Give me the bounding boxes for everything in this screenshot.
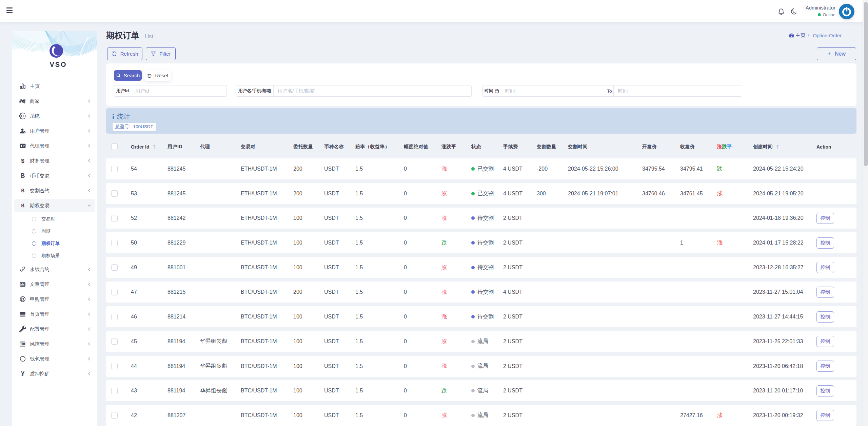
sidebar-item-id-card[interactable]: 代理管理 [12, 138, 97, 153]
cell-amount: 100 [293, 405, 302, 426]
breadcrumb-home[interactable]: 主页 [789, 32, 805, 39]
avatar-power-logo[interactable] [839, 4, 854, 19]
row-checkbox[interactable] [111, 240, 118, 246]
sidebar-item-link[interactable]: 永续合约 [12, 262, 97, 277]
refresh-button[interactable]: Refresh [107, 47, 142, 60]
moon-dark-mode-icon[interactable] [789, 7, 797, 16]
control-button[interactable]: 控制 [816, 385, 834, 396]
sidebar-item-life-ring[interactable]: 申购管理 [12, 292, 97, 307]
breadcrumb-current[interactable]: Option-Order [813, 33, 842, 38]
scrollbar-thumb[interactable] [864, 2, 868, 166]
bullet-circle-icon [32, 229, 36, 234]
row-checkbox[interactable] [111, 412, 118, 419]
reset-button[interactable]: Reset [144, 70, 171, 81]
sidebar-item-dollar[interactable]: 财务管理 [12, 153, 97, 168]
sidebar-item-circle[interactable]: 钱包管理 [12, 351, 97, 366]
table-row: 45 881194 华昇组丧彪 BTC/USDT-1M 100 USDT 1.5… [106, 331, 856, 352]
cell-open-price: 34795.54 [642, 158, 665, 179]
row-checkbox[interactable] [111, 388, 118, 394]
hamburger-menu-icon[interactable] [6, 7, 13, 15]
cell-coin: USDT [324, 405, 339, 426]
row-checkbox[interactable] [111, 314, 118, 320]
sidebar-item-motorcycle[interactable]: 商家 [12, 94, 97, 109]
bell-icon[interactable] [777, 7, 785, 16]
time-from-input[interactable] [501, 85, 605, 96]
control-button[interactable]: 控制 [816, 410, 834, 421]
chevron-left-icon [87, 312, 91, 316]
control-button[interactable]: 控制 [816, 311, 834, 323]
cell-pair: ETH/USDT-1M [241, 208, 277, 229]
sidebar-subitem[interactable]: 周期 [12, 225, 97, 237]
top-bar: Administrator Online [0, 0, 868, 22]
admin-info[interactable]: Administrator Online [806, 4, 835, 18]
row-checkbox[interactable] [111, 363, 118, 369]
status-label: 已交割 [477, 190, 494, 197]
control-button[interactable]: 控制 [816, 336, 834, 347]
time-to-input[interactable] [614, 85, 742, 96]
sidebar-item-newspaper[interactable]: 文章管理 [12, 277, 97, 292]
refresh-icon [112, 51, 117, 57]
cell-direction: 涨 [441, 331, 447, 352]
control-button[interactable]: 控制 [816, 262, 834, 273]
chevron-left-icon [87, 129, 91, 133]
control-button[interactable]: 控制 [816, 287, 834, 298]
sidebar-subitem[interactable]: 期权场景 [12, 250, 97, 262]
chart-bar-icon [19, 83, 26, 90]
cell-direction2: 涨 [717, 183, 723, 204]
col-created-time[interactable]: 创建时间↑ [753, 135, 780, 158]
hamburger-bar [6, 10, 13, 11]
cell-pair: BTC/USDT-1M [241, 380, 277, 401]
sidebar-item-user[interactable]: 用户管理 [12, 123, 97, 138]
row-checkbox[interactable] [111, 289, 118, 295]
col-close-price: 收盘价 [680, 135, 695, 158]
status-dot-icon [471, 365, 475, 368]
total-pnl-badge: 总盈亏: -100USDT [113, 123, 156, 131]
sidebar-item-chart-bar[interactable]: 主页 [12, 79, 97, 94]
row-checkbox[interactable] [111, 166, 118, 172]
checkbox-cell [111, 183, 118, 204]
chevron-left-icon [87, 267, 91, 271]
row-checkbox[interactable] [111, 264, 118, 271]
cell-amplitude: 0 [404, 158, 407, 179]
cell-amplitude: 0 [404, 380, 407, 401]
cell-coin: USDT [324, 257, 339, 278]
sidebar-subitem[interactable]: 交易对 [12, 213, 97, 225]
control-button[interactable]: 控制 [816, 361, 834, 372]
sidebar-item-bars[interactable]: 首页管理 [12, 307, 97, 322]
search-icon [116, 73, 121, 78]
row-checkbox[interactable] [111, 338, 118, 345]
cell-created-time: 2023-11-20 00:19:32 [753, 405, 803, 426]
cell-amount: 100 [293, 257, 302, 278]
cell-user-id: 881194 [167, 356, 185, 377]
sidebar-item-letter-b[interactable]: 币币交易 [12, 168, 97, 183]
cell-close-price: 34795.41 [680, 158, 703, 179]
row-checkbox[interactable] [111, 215, 118, 221]
sidebar-item-outdent[interactable]: 风控管理 [12, 336, 97, 351]
page-scrollbar[interactable] [863, 0, 868, 426]
cell-user-id: 881001 [167, 257, 185, 278]
cell-delivery-qty: 300 [537, 183, 546, 204]
sidebar-item-yen[interactable]: 质押挖矿 [12, 366, 97, 381]
sidebar-item-bitcoin[interactable]: 期权交易 [14, 199, 95, 212]
sidebar-item-wrench[interactable]: 配置管理 [12, 322, 97, 336]
row-checkbox[interactable] [111, 190, 118, 197]
sidebar-item-gear[interactable]: 系统 [12, 109, 97, 123]
user-id-input[interactable] [131, 85, 214, 96]
cell-direction: 涨 [441, 282, 447, 303]
control-button[interactable]: 控制 [816, 213, 834, 224]
cell-created-time: 2023-11-27 15:01:04 [753, 282, 803, 303]
filter-button[interactable]: Filter [146, 47, 176, 60]
col-order-id[interactable]: Order Id↑ [131, 135, 156, 158]
user-name-input[interactable] [274, 85, 463, 96]
select-all-checkbox[interactable] [111, 143, 118, 150]
cell-direction: 涨 [441, 183, 447, 204]
sidebar-subitem[interactable]: 期权订单 [12, 237, 97, 250]
stats-title: i 统计 [112, 112, 130, 121]
sidebar-open-group: 期权交易 [12, 198, 97, 213]
sidebar-item-bitcoin[interactable]: 交割合约 [12, 183, 97, 198]
control-button[interactable]: 控制 [816, 237, 834, 249]
search-button[interactable]: Search [114, 70, 142, 81]
cell-action: 控制 [816, 208, 834, 229]
checkbox-cell [111, 306, 118, 327]
new-button[interactable]: + New [817, 47, 856, 60]
